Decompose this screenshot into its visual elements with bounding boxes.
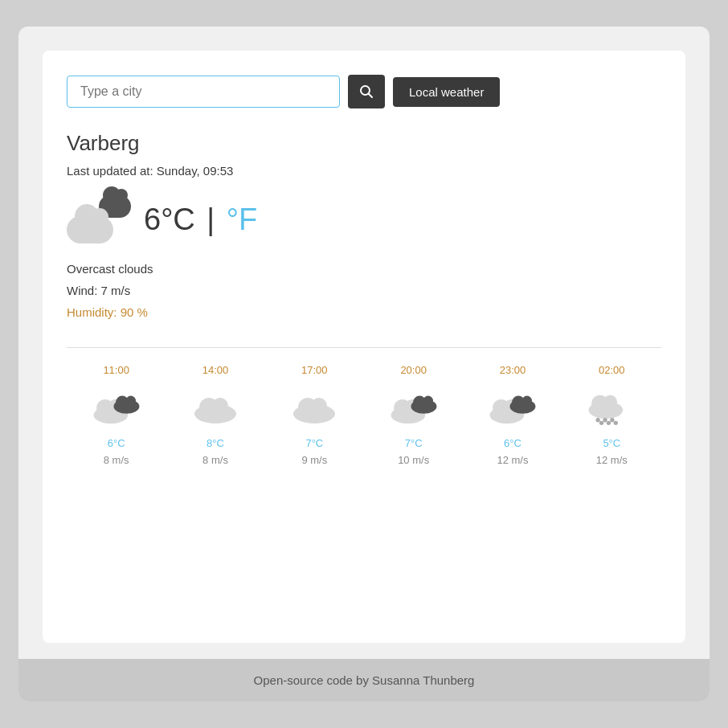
footer: Open-source code by Susanna Thunberg bbox=[18, 659, 710, 701]
weather-details: Overcast clouds Wind: 7 m/s Humidity: 90… bbox=[67, 258, 661, 323]
svg-point-29 bbox=[599, 421, 603, 425]
temp-celsius: 6 bbox=[144, 202, 161, 236]
wind-text: Wind: 7 m/s bbox=[67, 280, 661, 301]
forecast-wind: 8 m/s bbox=[202, 454, 228, 466]
current-weather-icon bbox=[67, 195, 131, 243]
search-row: Local weather bbox=[67, 75, 661, 108]
temp-fahrenheit: °F bbox=[227, 202, 257, 236]
cloud-main bbox=[67, 216, 113, 243]
forecast-item: 11:00 6°C 8 m/s bbox=[67, 364, 166, 466]
forecast-temp: 7°C bbox=[405, 437, 423, 449]
local-weather-button[interactable]: Local weather bbox=[393, 77, 500, 107]
divider bbox=[67, 347, 661, 348]
last-updated: Last updated at: Sunday, 09:53 bbox=[67, 164, 661, 178]
forecast-wind: 10 m/s bbox=[398, 454, 429, 466]
humidity-text: Humidity: 90 % bbox=[67, 301, 661, 323]
app-container: Local weather Varberg Last updated at: S… bbox=[18, 27, 710, 701]
forecast-item: 20:00 7°C 10 m/s bbox=[364, 364, 463, 466]
svg-point-10 bbox=[212, 398, 228, 414]
temp-separator: | bbox=[198, 202, 223, 236]
forecast-icon bbox=[190, 384, 241, 427]
search-icon bbox=[359, 84, 374, 99]
forecast-icon bbox=[586, 384, 637, 427]
forecast-icon bbox=[91, 384, 142, 427]
svg-point-31 bbox=[614, 421, 618, 425]
svg-point-28 bbox=[603, 395, 618, 410]
current-temp-row: 6°C | °F bbox=[67, 195, 661, 243]
forecast-wind: 8 m/s bbox=[104, 454, 129, 466]
forecast-temp: 6°C bbox=[504, 437, 521, 449]
forecast-icon bbox=[388, 384, 440, 427]
forecast-icon bbox=[487, 384, 538, 427]
forecast-time: 17:00 bbox=[301, 364, 328, 376]
city-search-input[interactable] bbox=[67, 76, 340, 108]
search-button[interactable] bbox=[348, 75, 385, 108]
forecast-time: 02:00 bbox=[599, 364, 625, 376]
svg-point-25 bbox=[522, 396, 532, 406]
footer-text: Open-source code by Susanna Thunberg bbox=[254, 673, 475, 687]
svg-line-1 bbox=[369, 94, 373, 98]
forecast-temp: 7°C bbox=[305, 437, 323, 449]
celsius-unit: °C bbox=[161, 202, 195, 236]
svg-point-30 bbox=[607, 421, 611, 425]
forecast-time: 14:00 bbox=[202, 364, 229, 376]
forecast-item: 14:00 8°C 8 m/s bbox=[166, 364, 264, 466]
forecast-item: 23:00 6°C 12 m/s bbox=[463, 364, 562, 466]
svg-point-13 bbox=[311, 398, 327, 414]
forecast-wind: 12 m/s bbox=[497, 454, 528, 466]
forecast-icon bbox=[288, 384, 340, 427]
forecast-time: 11:00 bbox=[103, 364, 129, 376]
svg-point-33 bbox=[603, 418, 607, 422]
city-name: Varberg bbox=[67, 131, 661, 156]
svg-point-19 bbox=[423, 396, 432, 406]
forecast-temp: 5°C bbox=[603, 437, 620, 449]
forecast-wind: 12 m/s bbox=[596, 454, 628, 466]
forecast-temp: 6°C bbox=[108, 437, 125, 449]
svg-point-7 bbox=[125, 396, 135, 406]
forecast-wind: 9 m/s bbox=[301, 454, 327, 466]
weather-card: Local weather Varberg Last updated at: S… bbox=[43, 51, 685, 643]
forecast-time: 23:00 bbox=[500, 364, 526, 376]
description-text: Overcast clouds bbox=[67, 258, 661, 280]
temperature-display: 6°C | °F bbox=[144, 202, 257, 237]
svg-point-32 bbox=[596, 418, 600, 422]
forecast-item: 17:00 7°C 9 m/s bbox=[265, 364, 364, 466]
forecast-temp: 8°C bbox=[207, 437, 224, 449]
forecast-time: 20:00 bbox=[400, 364, 427, 376]
forecast-item: 02:00 5°C 12 m/s bbox=[562, 364, 661, 466]
svg-point-34 bbox=[611, 418, 615, 422]
forecast-row: 11:00 6°C 8 m/s 14:00 8°C 8 m/s 17:0 bbox=[67, 364, 661, 466]
